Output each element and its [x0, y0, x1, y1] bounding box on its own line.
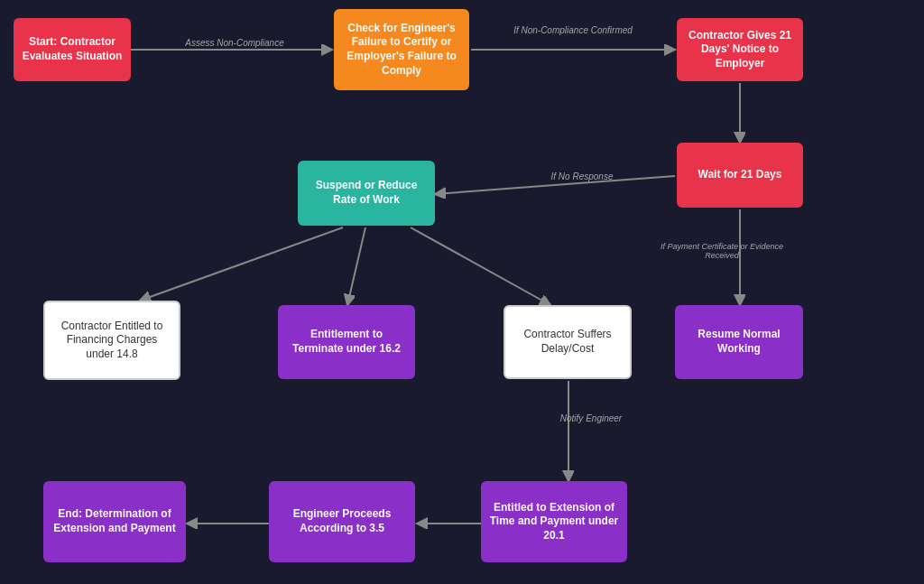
node-wait: Wait for 21 Days: [677, 143, 803, 208]
label-notify: Notify Engineer: [546, 413, 636, 423]
node-terminate: Entitlement to Terminate under 16.2: [278, 305, 415, 379]
label-no-response: If No Response: [501, 171, 663, 181]
node-notice: Contractor Gives 21 Days' Notice to Empl…: [677, 18, 803, 81]
svg-line-8: [411, 227, 550, 305]
node-suspend: Suspend or Reduce Rate of Work: [298, 161, 435, 226]
svg-line-6: [140, 227, 343, 301]
node-start: Start: Contractor Evaluates Situation: [14, 18, 131, 81]
label-assess: Assess Non-Compliance: [144, 38, 325, 48]
flowchart: Assess Non-Compliance If Non-Compliance …: [0, 0, 924, 584]
label-if-payment: If Payment Certificate or Evidence Recei…: [650, 242, 794, 260]
node-check: Check for Engineer's Failure to Certify …: [334, 9, 469, 90]
node-delay: Contractor Suffers Delay/Cost: [504, 305, 632, 379]
node-engineer: Engineer Proceeds According to 3.5: [269, 481, 415, 562]
label-if-confirmed: If Non-Compliance Confirmed: [474, 25, 672, 35]
node-resume: Resume Normal Working: [675, 305, 803, 379]
node-end: End: Determination of Extension and Paym…: [43, 481, 186, 562]
svg-line-7: [347, 227, 365, 305]
node-entitled: Entitled to Extension of Time and Paymen…: [481, 481, 627, 562]
node-financing: Contractor Entitled to Financing Charges…: [43, 301, 180, 380]
